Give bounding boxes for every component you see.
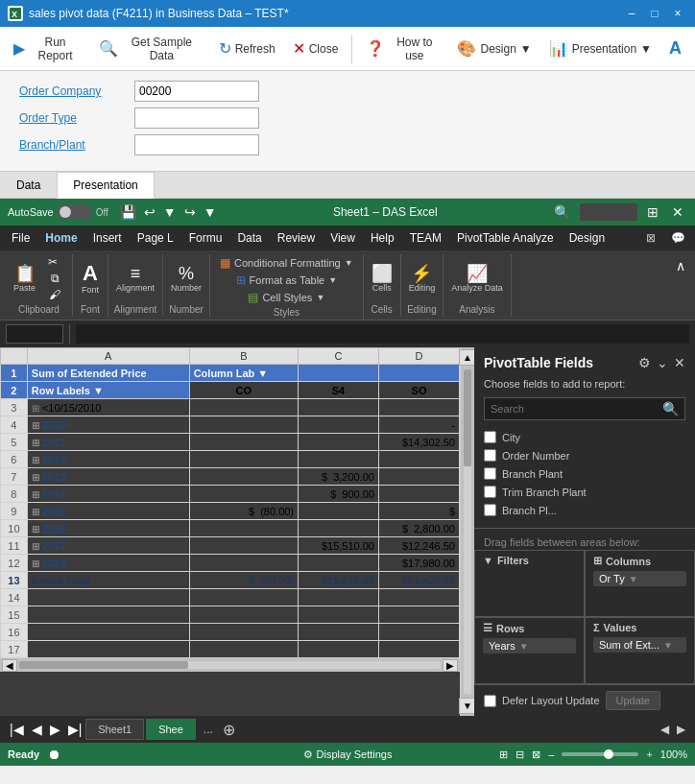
columns-chip[interactable]: Or Ty ▼ (593, 571, 686, 586)
sheet-tab-shee[interactable]: Shee (146, 719, 196, 740)
close-window-button[interactable]: × (668, 5, 687, 22)
field-city-checkbox[interactable] (484, 431, 496, 443)
cell-10c[interactable] (299, 520, 379, 537)
undo-arrow[interactable]: ▼ (159, 202, 180, 222)
table-row[interactable]: 8 ⊞ 2014 $ 900.00 (1, 486, 460, 503)
cell-3d[interactable] (379, 399, 460, 416)
redo-button[interactable]: ↪ (180, 202, 200, 222)
cell-3c[interactable] (299, 399, 379, 416)
field-trim-branch-plant[interactable]: Trim Branch Plant (484, 483, 685, 501)
cell-8d[interactable] (379, 486, 460, 503)
scroll-right-button[interactable]: ▶ (443, 659, 458, 672)
cell-11c[interactable]: $15,510.00 (299, 537, 379, 555)
cell-1d[interactable] (379, 365, 460, 382)
cell-8a[interactable]: ⊞ 2014 (27, 486, 189, 503)
cell-7d[interactable] (379, 468, 460, 486)
field-branch-more-checkbox[interactable] (484, 504, 496, 516)
page-break-icon[interactable]: ⊠ (532, 748, 540, 761)
menu-formulas[interactable]: Formu (181, 227, 230, 249)
horizontal-scrollbar[interactable]: ◀ ▶ (0, 658, 460, 672)
defer-checkbox[interactable] (484, 695, 496, 707)
cell-9a[interactable]: ⊞ 2015 (27, 503, 189, 520)
sheet-scroll-left[interactable]: ◀ (657, 721, 673, 738)
cell-3b[interactable] (189, 399, 298, 416)
table-row[interactable]: 11 ⊞ 2017 $15,510.00 $12,246.50 (1, 537, 460, 555)
menu-home[interactable]: Home (37, 227, 84, 249)
cell-13d[interactable]: $51,429.00 (379, 572, 460, 589)
columns-chip-arrow[interactable]: ▼ (629, 574, 638, 584)
refresh-button[interactable]: ↻ Refresh (211, 32, 283, 66)
pivot-search-input[interactable] (491, 403, 662, 415)
values-chip-arrow[interactable]: ▼ (663, 640, 673, 651)
cell-6d[interactable] (379, 451, 460, 468)
scroll-track[interactable] (19, 661, 441, 669)
cell-5a[interactable]: ⊞ 2011 (27, 434, 189, 451)
ribbon-collapse-button[interactable]: ∧ (672, 254, 689, 277)
table-row[interactable]: 9 ⊞ 2015 $ (80.00) $ (1, 503, 460, 520)
minimize-button[interactable]: – (622, 5, 641, 22)
sheet-scroll-right[interactable]: ▶ (673, 721, 689, 738)
cell-12d[interactable]: $17,980.00 (379, 555, 460, 572)
cell-1b[interactable]: Column Lab ▼ (189, 365, 298, 382)
cell-12b[interactable] (189, 555, 298, 572)
cell-8b[interactable] (189, 486, 298, 503)
menu-insert[interactable]: Insert (85, 227, 130, 249)
autosave-toggle[interactable]: AutoSave Off (8, 204, 108, 220)
cell-7b[interactable] (189, 468, 298, 486)
cell-5d[interactable]: $14,302.50 (379, 434, 460, 451)
tab-data[interactable]: Data (0, 172, 57, 199)
cell-13b[interactable]: $ (80.00) (189, 572, 298, 589)
close-button[interactable]: ✕ Close (285, 32, 347, 66)
menu-design[interactable]: Design (562, 227, 612, 249)
nav-prev-button[interactable]: ◀ (28, 720, 46, 739)
cell-11b[interactable] (189, 537, 298, 555)
pivot-chevron-icon[interactable]: ⌄ (657, 355, 668, 370)
formula-input[interactable] (76, 324, 689, 344)
cell-3a[interactable]: ⊞ <10/15/2010 (27, 399, 189, 416)
cell-12a[interactable]: ⊞ 2023 (27, 555, 189, 572)
field-branch-plant[interactable]: Branch Plant (484, 464, 685, 483)
cell-9b[interactable]: $ (80.00) (189, 503, 298, 520)
share-icon[interactable]: ⊠ (640, 227, 661, 249)
cell-2c[interactable]: S4 (299, 382, 379, 399)
cell-9c[interactable] (299, 503, 379, 520)
undo-button[interactable]: ↩ (140, 202, 159, 222)
cell-1a[interactable]: Sum of Extended Price (27, 365, 189, 382)
field-order-number-checkbox[interactable] (484, 449, 496, 462)
field-order-number[interactable]: Order Number (484, 446, 685, 464)
tab-presentation[interactable]: Presentation (57, 172, 154, 199)
menu-data[interactable]: Data (229, 227, 269, 249)
nav-next-button[interactable]: ▶ (46, 720, 64, 739)
cells-button[interactable]: ⬜ Cells (368, 254, 396, 302)
field-branch-more[interactable]: Branch Pl... (484, 501, 685, 519)
cell-8c[interactable]: $ 900.00 (299, 486, 379, 503)
order-type-input[interactable] (134, 107, 259, 129)
cell-1c[interactable] (299, 365, 379, 382)
sheet-tab-sheet1[interactable]: Sheet1 (85, 719, 144, 740)
cell-6c[interactable] (299, 451, 379, 468)
cell-4b[interactable] (189, 416, 298, 434)
cell-5b[interactable] (189, 434, 298, 451)
update-button[interactable]: Update (606, 691, 660, 710)
order-company-input[interactable] (134, 81, 259, 102)
table-row[interactable]: 3 ⊞ <10/15/2010 (1, 399, 460, 416)
maximize-button[interactable]: □ (645, 5, 664, 22)
cell-2d[interactable]: SO (379, 382, 460, 399)
cell-4a[interactable]: ⊞ 2010 (27, 416, 189, 434)
rows-chip[interactable]: Years ▼ (483, 638, 576, 653)
table-row[interactable]: 12 ⊞ 2023 $17,980.00 (1, 555, 460, 572)
menu-pivot-analyze[interactable]: PivotTable Analyze (449, 227, 562, 249)
cell-11d[interactable]: $12,246.50 (379, 537, 460, 555)
cell-9d[interactable]: $ (379, 503, 460, 520)
nav-first-button[interactable]: |◀ (6, 720, 28, 739)
values-chip[interactable]: Sum of Ext... ▼ (593, 637, 686, 653)
font-group-button[interactable]: A Font (77, 254, 104, 302)
copy-button[interactable]: ⧉ (41, 271, 68, 286)
cell-2a[interactable]: Row Labels ▼ (27, 382, 189, 399)
ribbon-layout-button[interactable]: ⊞ (643, 202, 662, 222)
menu-file[interactable]: File (4, 227, 37, 249)
font-button[interactable]: A (661, 32, 689, 66)
paste-button[interactable]: 📋 Paste (10, 254, 39, 302)
zoom-in-icon[interactable]: + (646, 748, 652, 760)
cell-13a[interactable]: Grand Total (27, 572, 189, 589)
